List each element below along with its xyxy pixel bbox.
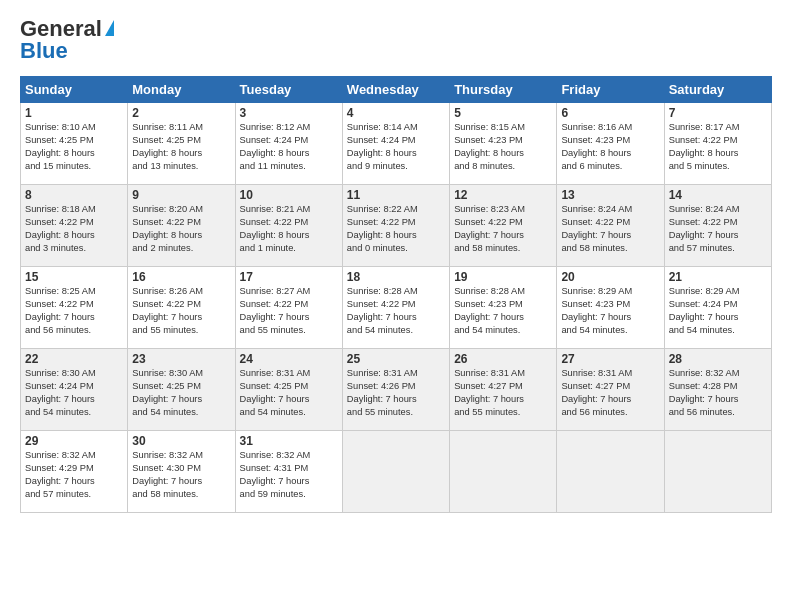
day-info-line: Daylight: 7 hours: [347, 394, 417, 404]
day-cell: 15Sunrise: 8:25 AMSunset: 4:22 PMDayligh…: [21, 267, 128, 349]
day-info-line: and 54 minutes.: [347, 325, 413, 335]
day-number: 20: [561, 270, 659, 284]
day-info-line: Daylight: 7 hours: [25, 476, 95, 486]
day-info-line: Sunset: 4:27 PM: [561, 381, 630, 391]
day-info-line: Sunrise: 8:10 AM: [25, 122, 96, 132]
day-info-line: Sunset: 4:22 PM: [240, 299, 309, 309]
day-number: 3: [240, 106, 338, 120]
day-cell: 24Sunrise: 8:31 AMSunset: 4:25 PMDayligh…: [235, 349, 342, 431]
day-info-line: Sunrise: 8:21 AM: [240, 204, 311, 214]
day-number: 19: [454, 270, 552, 284]
day-info-line: Sunrise: 8:30 AM: [132, 368, 203, 378]
day-info-line: Sunrise: 8:32 AM: [240, 450, 311, 460]
day-info-line: and 54 minutes.: [561, 325, 627, 335]
day-cell: 11Sunrise: 8:22 AMSunset: 4:22 PMDayligh…: [342, 185, 449, 267]
day-info-line: and 56 minutes.: [25, 325, 91, 335]
day-info-line: Daylight: 7 hours: [25, 312, 95, 322]
day-info-line: Sunset: 4:22 PM: [561, 217, 630, 227]
day-number: 2: [132, 106, 230, 120]
day-number: 22: [25, 352, 123, 366]
day-cell: 1Sunrise: 8:10 AMSunset: 4:25 PMDaylight…: [21, 103, 128, 185]
day-info-line: Sunrise: 8:18 AM: [25, 204, 96, 214]
day-info-line: Daylight: 7 hours: [25, 394, 95, 404]
day-cell: [342, 431, 449, 513]
day-cell: [664, 431, 771, 513]
day-cell: 28Sunrise: 8:32 AMSunset: 4:28 PMDayligh…: [664, 349, 771, 431]
day-info-line: Sunrise: 8:31 AM: [347, 368, 418, 378]
day-info-line: and 56 minutes.: [669, 407, 735, 417]
day-cell: 8Sunrise: 8:18 AMSunset: 4:22 PMDaylight…: [21, 185, 128, 267]
header-day-tuesday: Tuesday: [235, 77, 342, 103]
day-number: 13: [561, 188, 659, 202]
day-info-line: and 57 minutes.: [25, 489, 91, 499]
day-number: 8: [25, 188, 123, 202]
day-cell: 23Sunrise: 8:30 AMSunset: 4:25 PMDayligh…: [128, 349, 235, 431]
day-info-line: Sunrise: 8:29 AM: [561, 286, 632, 296]
day-info-line: Daylight: 7 hours: [561, 394, 631, 404]
day-info-line: and 55 minutes.: [454, 407, 520, 417]
day-info-line: Daylight: 8 hours: [347, 148, 417, 158]
day-cell: 6Sunrise: 8:16 AMSunset: 4:23 PMDaylight…: [557, 103, 664, 185]
day-info-line: Sunset: 4:24 PM: [25, 381, 94, 391]
day-info-line: Sunrise: 8:28 AM: [347, 286, 418, 296]
day-info-line: Daylight: 7 hours: [454, 312, 524, 322]
day-info-line: Daylight: 7 hours: [347, 312, 417, 322]
day-cell: 29Sunrise: 8:32 AMSunset: 4:29 PMDayligh…: [21, 431, 128, 513]
day-info-line: and 13 minutes.: [132, 161, 198, 171]
day-info-line: and 54 minutes.: [454, 325, 520, 335]
day-number: 14: [669, 188, 767, 202]
day-cell: 22Sunrise: 8:30 AMSunset: 4:24 PMDayligh…: [21, 349, 128, 431]
day-info-line: and 54 minutes.: [25, 407, 91, 417]
day-info-line: and 57 minutes.: [669, 243, 735, 253]
day-cell: 30Sunrise: 8:32 AMSunset: 4:30 PMDayligh…: [128, 431, 235, 513]
day-info-line: and 1 minute.: [240, 243, 296, 253]
day-number: 4: [347, 106, 445, 120]
day-info-line: Sunrise: 8:27 AM: [240, 286, 311, 296]
day-info-line: Sunset: 4:25 PM: [132, 381, 201, 391]
day-number: 26: [454, 352, 552, 366]
day-number: 7: [669, 106, 767, 120]
day-info-line: Sunset: 4:22 PM: [454, 217, 523, 227]
day-info-line: Daylight: 7 hours: [132, 476, 202, 486]
day-number: 16: [132, 270, 230, 284]
day-info-line: and 55 minutes.: [347, 407, 413, 417]
day-info-line: Sunrise: 8:22 AM: [347, 204, 418, 214]
day-info-line: Daylight: 8 hours: [132, 230, 202, 240]
day-info-line: Daylight: 8 hours: [240, 230, 310, 240]
logo-blue: Blue: [20, 38, 68, 64]
day-info-line: Sunrise: 8:29 AM: [669, 286, 740, 296]
day-info-line: Daylight: 8 hours: [25, 148, 95, 158]
day-info-line: and 59 minutes.: [240, 489, 306, 499]
day-info-line: Sunset: 4:22 PM: [669, 135, 738, 145]
day-info-line: Sunrise: 8:30 AM: [25, 368, 96, 378]
day-info-line: Sunset: 4:23 PM: [561, 135, 630, 145]
day-info-line: Daylight: 8 hours: [132, 148, 202, 158]
day-info-line: Sunset: 4:23 PM: [454, 135, 523, 145]
day-info-line: Sunset: 4:28 PM: [669, 381, 738, 391]
day-info-line: Sunrise: 8:31 AM: [240, 368, 311, 378]
day-number: 10: [240, 188, 338, 202]
day-info-line: Daylight: 8 hours: [240, 148, 310, 158]
day-info-line: Sunset: 4:23 PM: [454, 299, 523, 309]
day-info-line: Daylight: 7 hours: [669, 230, 739, 240]
day-cell: 10Sunrise: 8:21 AMSunset: 4:22 PMDayligh…: [235, 185, 342, 267]
day-info-line: Sunrise: 8:11 AM: [132, 122, 203, 132]
week-row-2: 8Sunrise: 8:18 AMSunset: 4:22 PMDaylight…: [21, 185, 772, 267]
day-info-line: Sunrise: 8:12 AM: [240, 122, 311, 132]
day-number: 9: [132, 188, 230, 202]
week-row-5: 29Sunrise: 8:32 AMSunset: 4:29 PMDayligh…: [21, 431, 772, 513]
day-info-line: and 58 minutes.: [454, 243, 520, 253]
day-info-line: Sunrise: 8:31 AM: [454, 368, 525, 378]
day-info-line: Sunrise: 8:20 AM: [132, 204, 203, 214]
day-info-line: Sunrise: 8:23 AM: [454, 204, 525, 214]
week-row-1: 1Sunrise: 8:10 AMSunset: 4:25 PMDaylight…: [21, 103, 772, 185]
day-info-line: Sunset: 4:29 PM: [25, 463, 94, 473]
day-cell: 26Sunrise: 8:31 AMSunset: 4:27 PMDayligh…: [450, 349, 557, 431]
day-number: 11: [347, 188, 445, 202]
week-row-3: 15Sunrise: 8:25 AMSunset: 4:22 PMDayligh…: [21, 267, 772, 349]
day-cell: 21Sunrise: 8:29 AMSunset: 4:24 PMDayligh…: [664, 267, 771, 349]
day-info-line: Sunset: 4:22 PM: [132, 299, 201, 309]
day-cell: 31Sunrise: 8:32 AMSunset: 4:31 PMDayligh…: [235, 431, 342, 513]
day-info-line: Daylight: 7 hours: [669, 312, 739, 322]
day-info-line: Sunset: 4:22 PM: [240, 217, 309, 227]
